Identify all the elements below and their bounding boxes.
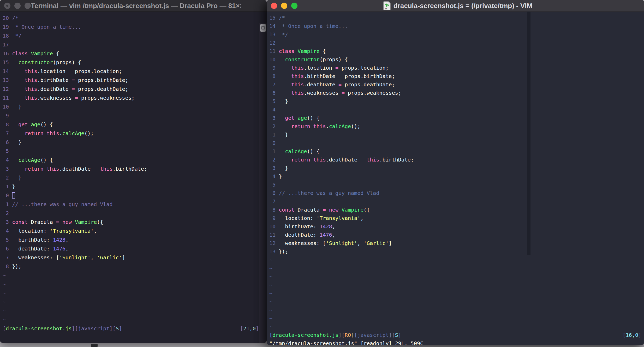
code-line[interactable]: 4 location: 'Transylvania', bbox=[3, 226, 259, 235]
code-token bbox=[279, 56, 285, 63]
code-line[interactable]: 17 bbox=[3, 40, 259, 49]
code-line[interactable]: 5 bbox=[3, 147, 259, 155]
code-line[interactable]: 10 } bbox=[3, 102, 259, 111]
code-line[interactable]: 3 get age() { bbox=[269, 114, 644, 122]
code-token: Dracula bbox=[294, 207, 323, 213]
line-number: 14 bbox=[269, 23, 279, 29]
line-number: 0 bbox=[269, 140, 279, 146]
close-button[interactable] bbox=[271, 3, 277, 9]
code-line[interactable]: 12 weaknesses: ['Sunlight', 'Garlic'] bbox=[269, 239, 644, 247]
code-line[interactable]: 5 bbox=[269, 181, 644, 189]
code-token: get bbox=[18, 121, 28, 128]
code-line[interactable]: 2 } bbox=[3, 173, 259, 182]
code-line[interactable]: 16 class Vampire { bbox=[3, 49, 259, 58]
macvim-titlebar[interactable]: JS dracula-screenshot.js = (/private/tmp… bbox=[267, 0, 644, 12]
code-line[interactable]: 14 this.location = props.location; bbox=[3, 67, 259, 76]
code-token: this bbox=[25, 95, 37, 101]
code-token: this bbox=[313, 123, 326, 129]
code-line[interactable]: 9 location: 'Transylvania', bbox=[269, 214, 644, 222]
code-token: , bbox=[91, 254, 97, 261]
code-line[interactable]: 8 }); bbox=[3, 262, 259, 271]
line-number: 8 bbox=[269, 207, 279, 213]
macvim-content[interactable]: 15 /*14 * Once upon a time...13 */12 11 … bbox=[267, 11, 644, 345]
terminal-scrollbar[interactable] bbox=[259, 23, 267, 343]
terminal-window: Terminal — vim /tmp/dracula-screenshot.j… bbox=[0, 0, 267, 343]
zoom-button[interactable] bbox=[25, 3, 31, 9]
code-line[interactable]: 12 this.deathDate = props.deathDate; bbox=[3, 85, 259, 93]
js-file-icon: JS bbox=[383, 1, 391, 10]
code-line[interactable]: 1 calcAge() { bbox=[269, 147, 644, 155]
code-token: props.deathDate; bbox=[75, 86, 128, 92]
code-token: this bbox=[313, 157, 326, 163]
code-line[interactable]: 15 constructor(props) { bbox=[3, 58, 259, 67]
code-token: , bbox=[65, 237, 69, 243]
minimize-button[interactable] bbox=[281, 3, 287, 9]
code-line[interactable]: 3 } bbox=[269, 164, 644, 172]
code-line[interactable]: 3 return this.deathDate - this.birthDate… bbox=[3, 164, 259, 173]
code-line[interactable]: 1 } bbox=[3, 182, 259, 191]
code-line[interactable]: 19 * Once upon a time... bbox=[3, 22, 259, 31]
code-token: // ...there was a guy named Vlad bbox=[279, 190, 379, 196]
code-line[interactable]: 9 this.location = props.location; bbox=[269, 64, 644, 72]
minimize-button[interactable] bbox=[14, 3, 21, 9]
line-number: 2 bbox=[3, 210, 12, 216]
code-line[interactable]: 7 weaknesses: ['Sunlight', 'Garlic'] bbox=[3, 253, 259, 262]
code-line[interactable]: 18 */ bbox=[3, 31, 259, 40]
code-line[interactable]: 11 class Vampire { bbox=[269, 47, 644, 55]
terminal-titlebar[interactable]: Terminal — vim /tmp/dracula-screenshot.j… bbox=[0, 0, 267, 12]
code-line[interactable]: 8 const Dracula = new Vampire({ bbox=[269, 206, 644, 214]
code-line[interactable]: 10 birthDate: 1428, bbox=[269, 222, 644, 231]
code-token bbox=[279, 115, 285, 121]
code-line[interactable]: 5 } bbox=[269, 97, 644, 105]
ruler-segment: ] bbox=[256, 325, 259, 332]
code-line[interactable]: 8 get age() { bbox=[3, 120, 259, 129]
code-line[interactable]: 0 bbox=[269, 139, 644, 147]
code-line[interactable]: 5 birthDate: 1428, bbox=[3, 235, 259, 244]
code-line[interactable]: 13 }); bbox=[269, 247, 644, 256]
code-token: .weaknesses bbox=[304, 90, 342, 96]
code-line[interactable]: 20 /* bbox=[3, 14, 259, 22]
traffic-lights bbox=[271, 3, 297, 9]
line-number: 3 bbox=[269, 165, 279, 171]
code-line[interactable]: 4 } bbox=[269, 172, 644, 181]
code-token bbox=[59, 219, 62, 225]
code-line[interactable]: 11 this.weaknesses = props.weaknesses; bbox=[3, 93, 259, 102]
code-line[interactable]: 13 this.birthDate = props.birthDate; bbox=[3, 76, 259, 85]
code-token: this bbox=[47, 130, 59, 136]
code-line[interactable]: 7 return this.calcAge(); bbox=[3, 129, 259, 138]
code-line[interactable]: 7 bbox=[269, 197, 644, 206]
terminal-content[interactable]: 20 /*19 * Once upon a time...18 */17 16 … bbox=[0, 11, 267, 343]
code-token bbox=[12, 121, 18, 128]
code-line[interactable]: 8 this.birthDate = props.birthDate; bbox=[269, 72, 644, 80]
code-line[interactable]: 4 calcAge() { bbox=[3, 155, 259, 164]
line-number: 7 bbox=[269, 81, 279, 88]
code-line[interactable]: 6 // ...there was a guy named Vlad bbox=[269, 189, 644, 197]
zoom-button[interactable] bbox=[291, 3, 297, 9]
code-token: this bbox=[291, 81, 304, 88]
code-line[interactable]: 1 } bbox=[269, 130, 644, 139]
code-line[interactable]: 2 bbox=[3, 209, 259, 218]
code-line[interactable]: 9 bbox=[3, 111, 259, 120]
code-line[interactable]: 1 // ...there was a guy named Vlad bbox=[3, 200, 259, 209]
code-line[interactable]: 15 /* bbox=[269, 14, 644, 22]
code-line[interactable]: 7 this.deathDate = props.deathDate; bbox=[269, 80, 644, 89]
split-pane-button[interactable] bbox=[260, 24, 266, 32]
code-line[interactable]: 14 * Once upon a time... bbox=[269, 22, 644, 30]
code-line[interactable]: 13 */ bbox=[269, 30, 644, 39]
code-line[interactable]: 10 constructor(props) { bbox=[269, 55, 644, 64]
code-line[interactable]: 11 deathDate: 1476, bbox=[269, 231, 644, 239]
code-line[interactable]: 2 return this.calcAge(); bbox=[269, 122, 644, 130]
code-line[interactable]: 4 bbox=[269, 105, 644, 114]
code-token bbox=[279, 123, 291, 129]
code-line[interactable]: 6 deathDate: 1476, bbox=[3, 244, 259, 253]
code-line[interactable]: 12 bbox=[269, 39, 644, 47]
code-line[interactable]: 0 bbox=[3, 191, 259, 200]
code-token: (props) { bbox=[53, 59, 81, 65]
status-segment: ][ bbox=[109, 325, 116, 332]
code-line[interactable]: 6 } bbox=[3, 138, 259, 147]
close-button[interactable] bbox=[4, 3, 10, 9]
code-line[interactable]: 2 return this.deathDate - this.birthDate… bbox=[269, 155, 644, 164]
code-line[interactable]: 3 const Dracula = new Vampire({ bbox=[3, 218, 259, 226]
code-token: }); bbox=[279, 248, 288, 255]
code-line[interactable]: 6 this.weaknesses = props.weaknesses; bbox=[269, 89, 644, 97]
